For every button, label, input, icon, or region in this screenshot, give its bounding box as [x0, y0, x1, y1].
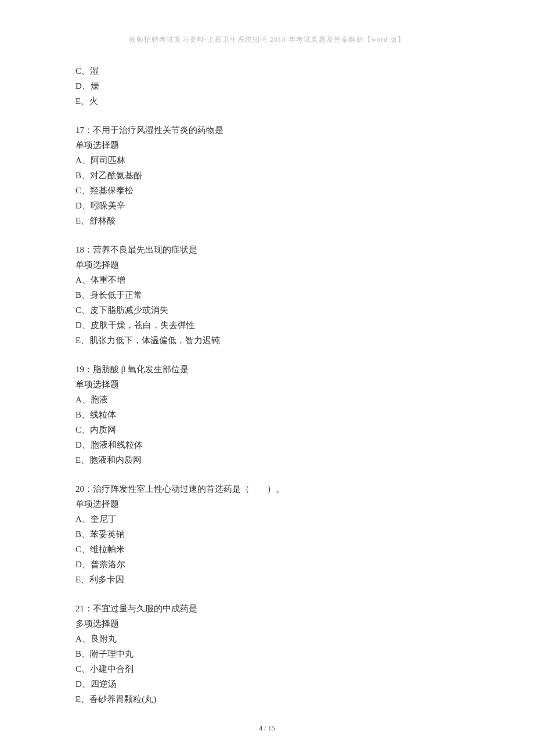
option-text: D、吲哚美辛	[75, 198, 459, 213]
question-17: 17：不用于治疗风湿性关节炎的药物是 单项选择题 A、阿司匹林 B、对乙酰氨基酚…	[75, 123, 459, 228]
question-20: 20：治疗阵发性室上性心动过速的首选药是（ ）。 单项选择题 A、奎尼丁 B、苯…	[75, 481, 459, 587]
option-text: A、奎尼丁	[75, 512, 459, 527]
option-text: C、内质网	[75, 422, 459, 437]
option-text: E、舒林酸	[75, 213, 459, 228]
option-text: E、肌张力低下，体温偏低，智力迟钝	[75, 333, 459, 348]
option-text: E、胞液和内质网	[75, 452, 459, 467]
question-18: 18：营养不良最先出现的症状是 单项选择题 A、体重不增 B、身长低于正常 C、…	[75, 242, 459, 348]
page-sep: /	[262, 724, 268, 732]
option-text: B、对乙酰氨基酚	[75, 168, 459, 183]
option-text: B、身长低于正常	[75, 287, 459, 303]
question-title: 18：营养不良最先出现的症状是	[75, 242, 459, 257]
option-text: C、小建中合剂	[75, 661, 459, 676]
option-text: C、皮下脂肪减少或消失	[75, 303, 459, 318]
option-text: D、皮肤干燥，苍白，失去弹性	[75, 318, 459, 333]
question-19: 19：脂肪酸 β 氧化发生部位是 单项选择题 A、胞液 B、线粒体 C、内质网 …	[75, 362, 459, 467]
option-text: B、线粒体	[75, 407, 459, 422]
question-type: 单项选择题	[75, 377, 459, 392]
question-type: 单项选择题	[75, 496, 459, 512]
option-text: A、良附丸	[75, 631, 459, 646]
page-total: 15	[268, 724, 275, 732]
option-text: A、胞液	[75, 392, 459, 407]
question-title: 19：脂肪酸 β 氧化发生部位是	[75, 362, 459, 377]
option-text: C、湿	[75, 63, 459, 78]
option-text: C、羟基保泰松	[75, 183, 459, 198]
question-title: 20：治疗阵发性室上性心动过速的首选药是（ ）。	[75, 481, 459, 496]
question-type: 多项选择题	[75, 616, 459, 631]
option-text: C、维拉帕米	[75, 542, 459, 557]
page-footer: 4 / 15	[0, 724, 534, 733]
option-text: D、胞液和线粒体	[75, 437, 459, 452]
option-text: D、四逆汤	[75, 676, 459, 692]
option-text: A、阿司匹林	[75, 153, 459, 168]
option-text: E、利多卡因	[75, 572, 459, 587]
question-21: 21：不宜过量与久服的中成药是 多项选择题 A、良附丸 B、附子理中丸 C、小建…	[75, 601, 459, 707]
question-title: 17：不用于治疗风湿性关节炎的药物是	[75, 123, 459, 138]
option-text: A、体重不增	[75, 272, 459, 287]
option-text: D、普萘洛尔	[75, 557, 459, 572]
question-type: 单项选择题	[75, 138, 459, 153]
page-header: 教师招聘考试复习资料-上蔡卫生系统招聘 2018 年考试真题及答案解析【word…	[75, 35, 459, 45]
option-text: B、苯妥英钠	[75, 527, 459, 542]
option-text: B、附子理中丸	[75, 646, 459, 661]
question-title: 21：不宜过量与久服的中成药是	[75, 601, 459, 616]
question-type: 单项选择题	[75, 257, 459, 272]
option-text: D、燥	[75, 78, 459, 93]
option-text: E、火	[75, 93, 459, 109]
option-text: E、香砂养胃颗粒(丸)	[75, 692, 459, 707]
prev-question-options: C、湿 D、燥 E、火	[75, 63, 459, 109]
